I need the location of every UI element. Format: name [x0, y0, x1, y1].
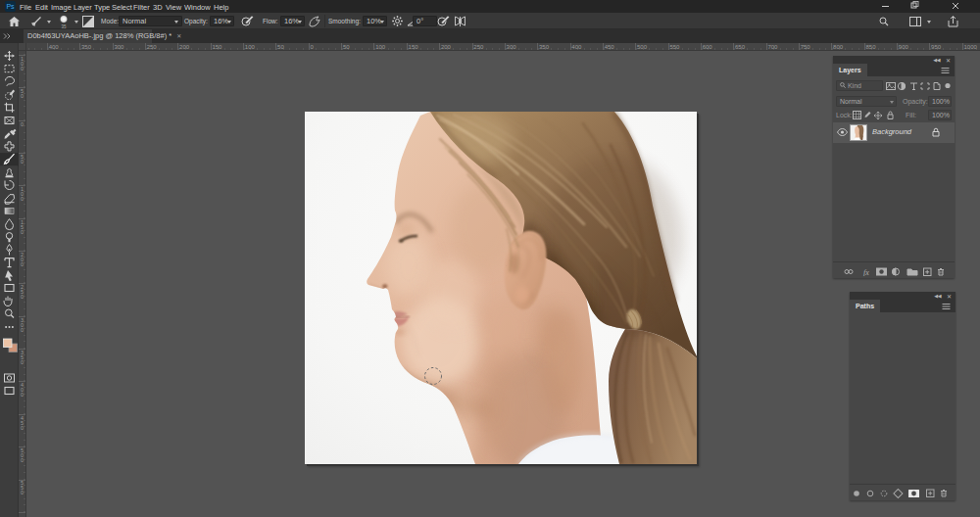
svg-text:35: 35 [61, 24, 67, 29]
svg-text:fx: fx [863, 268, 869, 277]
